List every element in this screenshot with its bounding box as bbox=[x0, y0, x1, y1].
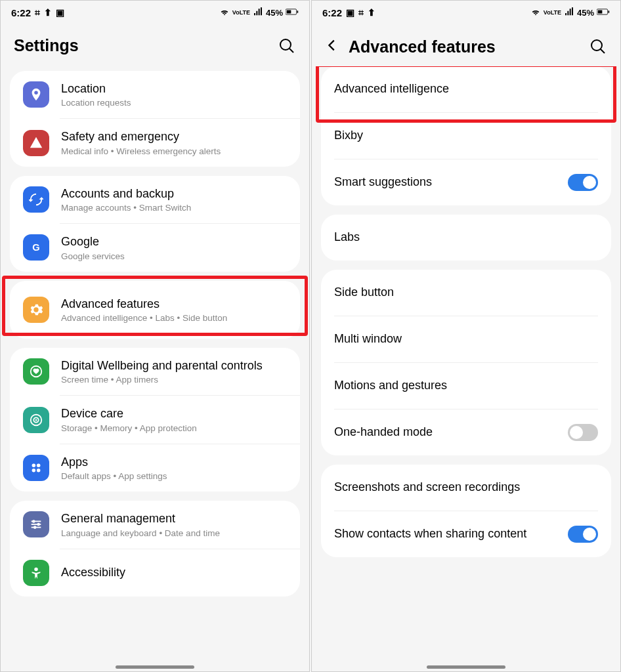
row-sub: Manage accounts • Smart Switch bbox=[61, 203, 287, 213]
row-sub: Screen time • App timers bbox=[61, 375, 287, 385]
row-title: Location bbox=[61, 81, 287, 96]
row-title: Smart suggestions bbox=[334, 175, 568, 190]
svg-text:G: G bbox=[32, 242, 39, 253]
svg-rect-20 bbox=[609, 10, 610, 12]
settings-group: Location Location requests Safety and em… bbox=[10, 71, 300, 167]
toggle-one-handed[interactable] bbox=[568, 424, 598, 441]
row-side-button[interactable]: Side button bbox=[321, 270, 611, 316]
settings-row-accessibility[interactable]: Accessibility bbox=[10, 549, 300, 597]
settings-row-location[interactable]: Location Location requests bbox=[10, 71, 300, 118]
row-title: Show contacts when sharing content bbox=[334, 526, 568, 541]
status-bar: 6:22 ⌗ ⬆ ▣ VoLTE 45% bbox=[1, 1, 309, 24]
advanced-group: Advanced intelligence Bixby Smart sugges… bbox=[321, 66, 611, 205]
svg-point-8 bbox=[32, 464, 36, 468]
image-icon: ▣ bbox=[56, 7, 64, 18]
row-sub: Location requests bbox=[61, 98, 287, 108]
gesture-handle[interactable] bbox=[427, 665, 505, 669]
settings-group: Accounts and backup Manage accounts • Sm… bbox=[10, 176, 300, 272]
signal-icon bbox=[564, 7, 574, 19]
row-one-handed[interactable]: One-handed mode bbox=[321, 410, 611, 455]
settings-row-wellbeing[interactable]: Digital Wellbeing and parental controls … bbox=[10, 348, 300, 395]
row-title: Multi window bbox=[334, 331, 402, 346]
row-advanced-intelligence[interactable]: Advanced intelligence bbox=[321, 66, 611, 112]
gesture-handle[interactable] bbox=[116, 665, 194, 669]
svg-point-11 bbox=[37, 469, 40, 472]
target-icon bbox=[23, 407, 49, 433]
advanced-list: Advanced intelligence Bixby Smart sugges… bbox=[312, 66, 620, 671]
status-time: 6:22 bbox=[322, 7, 342, 18]
svg-point-13 bbox=[32, 520, 35, 523]
svg-point-15 bbox=[37, 523, 40, 526]
settings-row-google[interactable]: G Google Google services bbox=[10, 224, 300, 271]
slack-icon: ⌗ bbox=[35, 7, 40, 18]
search-button[interactable] bbox=[278, 37, 296, 55]
wifi-icon bbox=[219, 7, 230, 19]
chevron-left-icon bbox=[325, 38, 339, 52]
row-screenshots[interactable]: Screenshots and screen recordings bbox=[321, 465, 611, 511]
person-icon bbox=[23, 560, 49, 586]
row-sub: Medical info • Wireless emergency alerts bbox=[61, 146, 287, 156]
location-icon bbox=[23, 81, 49, 108]
row-title: Advanced intelligence bbox=[334, 81, 449, 96]
svg-rect-21 bbox=[598, 10, 603, 14]
toggle-share-contacts[interactable] bbox=[568, 526, 598, 543]
settings-group: Digital Wellbeing and parental controls … bbox=[10, 348, 300, 492]
row-title: Safety and emergency bbox=[61, 129, 287, 144]
back-button[interactable] bbox=[325, 36, 339, 57]
battery-percent: 45% bbox=[577, 8, 594, 18]
row-sub: Google services bbox=[61, 251, 287, 261]
row-bixby[interactable]: Bixby bbox=[321, 113, 611, 159]
settings-row-device-care[interactable]: Device care Storage • Memory • App prote… bbox=[10, 396, 300, 443]
svg-point-10 bbox=[32, 469, 36, 472]
settings-group: General management Language and keyboard… bbox=[10, 501, 300, 596]
settings-row-apps[interactable]: Apps Default apps • App settings bbox=[10, 444, 300, 492]
settings-header: Settings bbox=[1, 24, 309, 71]
advanced-group: Labs bbox=[321, 215, 611, 261]
row-title: Digital Wellbeing and parental controls bbox=[61, 358, 287, 373]
row-share-contacts[interactable]: Show contacts when sharing content bbox=[321, 511, 611, 557]
settings-group: Advanced features Advanced intelligence … bbox=[10, 281, 300, 339]
settings-row-safety[interactable]: Safety and emergency Medical info • Wire… bbox=[10, 119, 300, 166]
row-title: One-handed mode bbox=[334, 425, 568, 440]
row-labs[interactable]: Labs bbox=[321, 215, 611, 261]
row-sub: Storage • Memory • App protection bbox=[61, 423, 287, 433]
svg-rect-2 bbox=[287, 10, 291, 14]
search-icon bbox=[590, 39, 606, 54]
volte-label: VoLTE bbox=[544, 9, 561, 16]
svg-point-9 bbox=[37, 464, 40, 468]
highlighted-wrapper: Advanced intelligence Bixby Smart sugges… bbox=[321, 66, 611, 205]
row-title: Labs bbox=[334, 230, 360, 245]
toggle-smart-suggestions[interactable] bbox=[568, 174, 598, 191]
settings-row-accounts[interactable]: Accounts and backup Manage accounts • Sm… bbox=[10, 176, 300, 223]
row-sub: Language and keyboard • Date and time bbox=[61, 528, 287, 538]
status-bar: 6:22 ▣ ⌗ ⬆ VoLTE 45% bbox=[312, 1, 620, 24]
search-button[interactable] bbox=[589, 37, 607, 56]
svg-point-17 bbox=[33, 526, 37, 530]
settings-row-advanced-features[interactable]: Advanced features Advanced intelligence … bbox=[10, 281, 300, 339]
row-title: Screenshots and screen recordings bbox=[334, 480, 520, 495]
signal-icon bbox=[253, 7, 263, 19]
battery-percent: 45% bbox=[266, 8, 283, 18]
row-title: Advanced features bbox=[61, 297, 287, 312]
row-title: Motions and gestures bbox=[334, 378, 447, 393]
svg-rect-1 bbox=[297, 10, 299, 12]
alert-icon bbox=[23, 130, 49, 156]
heart-icon bbox=[23, 358, 49, 385]
row-sub: Advanced intelligence • Labs • Side butt… bbox=[61, 313, 287, 323]
row-multi-window[interactable]: Multi window bbox=[321, 316, 611, 362]
row-title: Accounts and backup bbox=[61, 186, 287, 201]
svg-point-18 bbox=[34, 567, 38, 571]
row-motions[interactable]: Motions and gestures bbox=[321, 363, 611, 409]
status-time: 6:22 bbox=[11, 7, 31, 18]
settings-row-general[interactable]: General management Language and keyboard… bbox=[10, 501, 300, 548]
volte-label: VoLTE bbox=[232, 9, 250, 16]
google-icon: G bbox=[23, 234, 49, 261]
row-title: Side button bbox=[334, 285, 394, 300]
search-icon bbox=[279, 38, 295, 54]
advanced-features-screen: 6:22 ▣ ⌗ ⬆ VoLTE 45% Advanced features bbox=[311, 0, 621, 672]
settings-screen: 6:22 ⌗ ⬆ ▣ VoLTE 45% Settings bbox=[0, 0, 310, 672]
row-title: Bixby bbox=[334, 128, 363, 143]
row-smart-suggestions[interactable]: Smart suggestions bbox=[321, 159, 611, 205]
slack-icon: ⌗ bbox=[358, 7, 364, 18]
row-title: Google bbox=[61, 234, 287, 249]
